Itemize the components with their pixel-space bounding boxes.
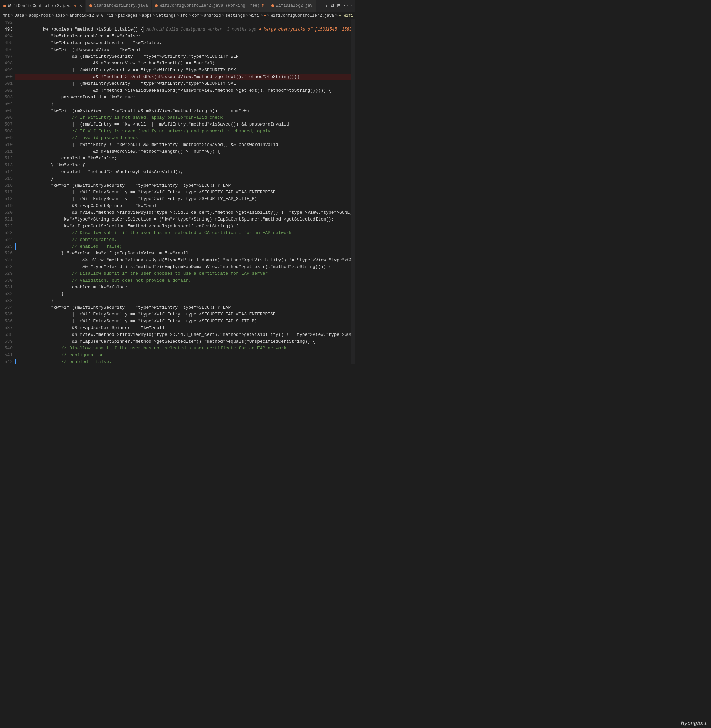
code-line[interactable]: || mWifiEntrySecurity == "type">WifiEntr… [15,311,351,318]
code-line[interactable]: // If WifiEntry is saved (modifying netw… [15,128,351,135]
line-number: 500 [3,74,13,80]
line-content: || mWifiEntrySecurity == "type">WifiEntr… [16,318,351,325]
line-number: 514 [3,168,13,176]
code-line[interactable]: || mWifiEntrySecurity == "type">WifiEntr… [15,189,351,196]
code-line[interactable] [15,19,351,26]
line-content: "kw">if (caCertSelection."method">equals… [16,223,351,230]
line-number: 524 [3,236,13,243]
code-line[interactable]: && mPasswordView."method">length() == "n… [15,60,351,67]
tab-wificonfigcontroller2[interactable]: WifiConfigController2.java M × [0,0,86,12]
code-line[interactable]: || mWifiEntrySecurity == "type">WifiEntr… [15,196,351,202]
code-line[interactable]: // Disallow submit if the user has not s… [15,230,351,236]
code-line[interactable]: && mEapUserCertSpinner."method">getSelec… [15,338,351,345]
line-content: || (mWifiEntrySecurity == "type">WifiEnt… [16,67,351,74]
code-line[interactable]: && mView."method">findViewById("type">R.… [15,209,351,216]
breadcrumb-symbol: ✦ Wifi [339,13,353,18]
code-line[interactable]: || (mWifiEntrySecurity == "type">WifiEnt… [15,67,351,74]
code-line[interactable]: && ((mWifiEntrySecurity == "type">WifiEn… [15,53,351,60]
line-number: 504 [3,101,13,108]
line-content: && "type">TextUtils."method">isEmpty(mEa… [16,264,351,270]
line-number: 505 [3,108,13,114]
run-icon[interactable]: ▷ [325,2,328,9]
code-line[interactable]: // configuration. [15,352,351,359]
line-content: "kw">if ((mSsidView != "kw">null && mSsi… [16,108,351,114]
code-line[interactable]: } [15,297,351,304]
code-line[interactable]: enabled = "kw">false; [15,284,351,291]
code-line[interactable]: && "type">TextUtils."method">isEmpty(mEa… [15,264,351,270]
line-number: 510 [3,142,13,148]
code-line[interactable]: // enabled = false; [15,243,351,250]
code-line[interactable]: // enabled = false; [15,359,351,364]
tab-wifidialog2[interactable]: WifiDialog2.jav [268,0,317,12]
line-number: 531 [3,284,13,291]
code-area[interactable]: "kw">boolean "method">isSubmittable() {A… [15,19,351,364]
layout-icon[interactable]: ⊟ [337,2,341,9]
scrollbar-gutter[interactable] [351,19,356,364]
blame-annotation: Android Build Coastguard Worker, 3 month… [143,26,351,33]
code-line[interactable]: "kw">boolean "method">isSubmittable() {A… [15,26,351,33]
code-line[interactable]: // validation, but does not provide a do… [15,277,351,284]
code-line[interactable]: // Disallow submit if the user has not s… [15,345,351,352]
code-line[interactable]: enabled = "method">ipAndProxyFieldsAreVa… [15,168,351,176]
code-line[interactable]: "kw">if ((mSsidView != "kw">null && mSsi… [15,108,351,114]
line-number: 534 [3,304,13,311]
code-line[interactable]: || mWifiEntrySecurity == "type">WifiEntr… [15,318,351,325]
code-line[interactable]: // Invalid password check [15,135,351,142]
code-line[interactable]: && !"method">isValidSaePassword(mPasswor… [15,87,351,94]
breadcrumb-dot: ● [264,13,266,18]
breadcrumb-text: android [204,13,221,18]
line-number: 511 [3,148,13,155]
code-line[interactable]: && mView."method">findViewById("type">R.… [15,257,351,264]
code-line[interactable]: passwordInvalid = "kw">true; [15,94,351,101]
line-number: 509 [3,135,13,142]
code-line[interactable]: && mView."method">findViewById("type">R.… [15,331,351,338]
code-line[interactable]: // Disallow submit if the user chooses t… [15,270,351,277]
code-line[interactable]: "kw">if (mPasswordView != "kw">null [15,46,351,53]
line-content: && mEapCaCertSpinner != "kw">null [16,202,351,209]
code-line[interactable]: && mEapCaCertSpinner != "kw">null [15,202,351,209]
line-content: enabled = "kw">false; [16,284,351,291]
line-number: 519 [3,202,13,209]
line-number: 518 [3,196,13,202]
code-line[interactable]: } "kw">else "kw">if (mEapDomainView != "… [15,250,351,257]
breadcrumb-text: aosp-root [29,13,51,18]
line-content: && ((mWifiEntrySecurity == "type">WifiEn… [16,53,351,60]
line-number: 526 [3,250,13,257]
code-line[interactable]: // configuration. [15,236,351,243]
more-icon[interactable]: ··· [343,3,353,9]
code-line[interactable]: "kw">if (caCertSelection."method">equals… [15,223,351,230]
code-line[interactable]: "kw">if ((mWifiEntrySecurity == "type">W… [15,182,351,189]
code-line[interactable]: && mEapUserCertSpinner != "kw">null [15,325,351,331]
code-line[interactable]: } [15,176,351,182]
code-line[interactable]: } [15,101,351,108]
line-content: } "kw">else "kw">if (mEapDomainView != "… [16,250,351,257]
code-line[interactable]: "kw">if ((mWifiEntrySecurity == "type">W… [15,304,351,311]
code-line[interactable]: || mWifiEntry != "kw">null && mWifiEntry… [15,142,351,148]
line-number: 529 [3,270,13,277]
code-line[interactable]: "kw">"type">String caCertSelection = ("k… [15,216,351,223]
code-line[interactable]: && !"method">isValidPsk(mPasswordView."m… [15,74,351,80]
line-content [16,19,351,26]
code-line[interactable]: enabled = "kw">false; [15,155,351,162]
line-content: // Disallow submit if the user chooses t… [16,270,351,277]
line-number: 537 [3,325,13,331]
code-line[interactable]: || ((mWifiEntry == "kw">null || !mWifiEn… [15,121,351,128]
code-line[interactable]: || (mWifiEntrySecurity == "type">WifiEnt… [15,80,351,87]
line-content: || ((mWifiEntry == "kw">null || !mWifiEn… [16,121,351,128]
tab-wificonfigcontroller2-workingtree[interactable]: WifiConfigController2.java (Working Tree… [152,0,268,12]
line-content: // Disallow submit if the user has not s… [16,230,351,236]
split-icon[interactable]: ⧉ [331,3,335,9]
code-line[interactable]: "kw">boolean passwordInvalid = "kw">fals… [15,40,351,46]
code-line[interactable]: // If WifiEntry is not saved, apply pass… [15,114,351,121]
line-number: 513 [3,162,13,168]
line-number: 501 [3,80,13,87]
code-line[interactable]: } [15,291,351,297]
line-number: 498 [3,60,13,67]
tab-standardwifientry[interactable]: StandardWifiEntry.java [86,0,151,12]
line-number: 508 [3,128,13,135]
tab-close-btn[interactable]: × [80,3,82,9]
code-line[interactable]: && mPasswordView."method">length() > "nu… [15,148,351,155]
code-line[interactable]: } "kw">else { [15,162,351,168]
line-content: // validation, but does not provide a do… [16,277,351,284]
code-line[interactable]: "kw">boolean enabled = "kw">false; [15,33,351,40]
